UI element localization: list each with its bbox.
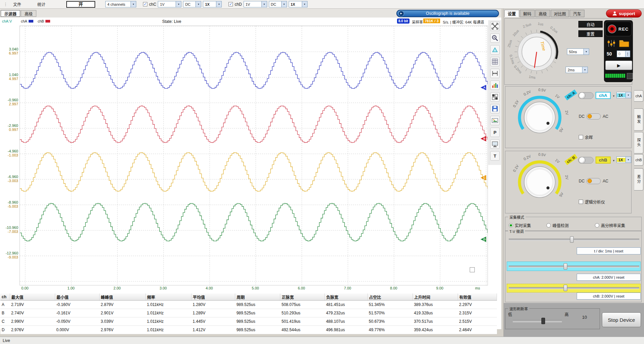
toolbar-grip[interactable]: ⋮ <box>3 2 8 7</box>
menu-file[interactable]: 文件 <box>10 1 25 8</box>
h-cursors-icon[interactable] <box>490 69 500 78</box>
auto-setup-button[interactable]: 自动 <box>578 21 603 28</box>
table-header-cell[interactable]: 平均值 <box>191 294 235 301</box>
radio-实时采集[interactable]: 实时采集 <box>509 222 531 228</box>
tab-decode[interactable]: 解码 <box>520 10 535 17</box>
table-header-cell[interactable]: 频率 <box>145 294 191 301</box>
power-button[interactable]: 开 <box>66 1 95 8</box>
playback-button[interactable]: ▶ <box>605 61 632 70</box>
chA-persistence-checkbox[interactable]: 余晖 <box>579 134 593 140</box>
side-tab-触发[interactable]: 触发 <box>634 108 643 131</box>
record-button[interactable]: REC <box>605 22 632 36</box>
toggle-track[interactable] <box>578 157 594 164</box>
channel-count-select[interactable]: 4 channels ▼ <box>105 1 136 7</box>
tv-reset-button[interactable]: chB: 2.000V | reset <box>577 293 641 300</box>
grid-icon[interactable] <box>490 57 500 66</box>
tab-oscilloscope[interactable]: 示波器 <box>1 10 20 17</box>
chB-logic-analyzer-checkbox[interactable]: 逻辑分析仪 <box>579 199 605 205</box>
tab-automotive[interactable]: 汽车 <box>570 10 584 17</box>
toggle-track[interactable] <box>578 92 594 99</box>
chB-coupling-toggle[interactable] <box>586 178 601 184</box>
tv-slider-thumb[interactable] <box>564 285 567 291</box>
menu-statistics[interactable]: 统计 <box>34 1 49 8</box>
chA-enable-toggle[interactable]: chA <box>578 92 611 99</box>
table-header-cell[interactable]: 峰峰值 <box>99 294 145 301</box>
record-index-spinner[interactable]: 0 ▲▼ <box>617 50 630 57</box>
chA-dial-wrap[interactable]: 0.1V0.2V0.5V1V2V5V <box>506 89 573 147</box>
plot-option-checkbox[interactable] <box>470 267 475 272</box>
chA-coupling-toggle[interactable] <box>586 113 601 119</box>
radio-icon[interactable] <box>546 223 551 228</box>
spinner-arrows-icon[interactable]: ▲▼ <box>625 51 630 57</box>
chevron-down-icon[interactable]: ▼ <box>612 95 615 98</box>
tv-slider[interactable] <box>509 266 639 268</box>
waveform-canvas[interactable] <box>20 26 488 285</box>
layout-icon[interactable] <box>490 92 500 102</box>
table-row[interactable]: D2.976V0.000V2.976V1.011kHz1.412V989.525… <box>0 326 497 334</box>
snapshot-icon[interactable] <box>490 116 500 125</box>
side-tab-chB[interactable]: chB <box>634 154 643 166</box>
table-header-cell[interactable]: 周期 <box>235 294 280 301</box>
refresh-slider-thumb[interactable] <box>541 318 545 324</box>
chB-probe-select[interactable]: 1X▼ <box>616 157 631 163</box>
table-header-cell[interactable]: 最小值 <box>55 294 99 301</box>
pan-zoom-icon[interactable] <box>490 22 500 31</box>
chC-volt-select[interactable]: 1V▼ <box>158 1 181 7</box>
table-row[interactable]: A2.719V-0.160V2.879V1.011kHz1.280V989.52… <box>0 301 497 309</box>
chC-enable-checkbox[interactable]: ✓ <box>143 2 147 6</box>
folder-icon[interactable] <box>619 39 630 49</box>
chD-coupling-select[interactable]: DC▼ <box>269 1 287 7</box>
levels-icon[interactable] <box>607 39 616 49</box>
side-tab-chA[interactable]: chA <box>634 90 643 102</box>
waveform-plot[interactable] <box>20 26 488 285</box>
table-header-cell[interactable]: 有效值 <box>458 294 497 301</box>
chevron-down-icon[interactable]: ▼ <box>612 159 615 162</box>
timebase-select[interactable]: 50ns▼ <box>567 48 589 55</box>
table-header-cell[interactable]: 最大值 <box>10 294 55 301</box>
table-header-cell[interactable]: 正脉宽 <box>280 294 325 301</box>
tv-slider[interactable] <box>509 239 639 241</box>
tab-compare[interactable]: 对比图 <box>551 10 569 17</box>
zoom-icon[interactable] <box>490 33 500 43</box>
chB-dial-wrap[interactable]: 0.1V0.2V0.5V1V2V5V <box>506 153 573 211</box>
table-header-cell[interactable]: 占空比 <box>367 294 413 301</box>
trigger-marker-icon[interactable] <box>490 45 500 55</box>
tv-reset-button[interactable]: chA: 2.000V | reset <box>577 274 641 281</box>
chB-ac-label[interactable]: AC <box>603 179 608 183</box>
tv-slider-thumb[interactable] <box>564 263 567 270</box>
save-icon[interactable] <box>490 104 500 113</box>
radio-峰值检测[interactable]: 峰值检测 <box>546 222 569 228</box>
chD-enable-checkbox[interactable]: ✓ <box>228 2 233 6</box>
checkbox-icon[interactable] <box>579 200 583 204</box>
radio-高分辨率采集[interactable]: 高分辨率采集 <box>595 222 625 228</box>
timebase-knob-wrap[interactable]: Time10us2.5us1us0.2us25us0.1ms0.2ms1ms <box>506 21 567 83</box>
p-tool[interactable]: P <box>490 128 500 137</box>
chA-volts-dial[interactable]: 0.1V0.2V0.5V1V2V5V <box>506 89 573 146</box>
chB-dc-label[interactable]: DC <box>579 179 584 183</box>
tab-settings[interactable]: 设置 <box>504 10 519 17</box>
radio-icon[interactable] <box>509 223 513 228</box>
tab-advanced-settings[interactable]: 高级 <box>535 10 550 17</box>
progress-stop-button[interactable] <box>627 73 633 79</box>
chA-dc-label[interactable]: DC <box>579 114 584 119</box>
chC-coupling-select[interactable]: DC▼ <box>183 1 201 7</box>
refresh-rate-slider[interactable] <box>513 320 562 322</box>
tv-slider-thumb[interactable] <box>570 236 574 243</box>
tv-slider[interactable] <box>509 287 639 289</box>
chC-probe-select[interactable]: 1X▼ <box>203 1 222 7</box>
chA-ac-label[interactable]: AC <box>603 114 608 119</box>
chD-probe-select[interactable]: 1X▼ <box>289 1 308 7</box>
table-row[interactable]: C2.990V-0.050V3.039V1.011kHz1.445V989.52… <box>0 317 497 326</box>
t-tool[interactable]: T <box>490 151 500 161</box>
side-tab-差分[interactable]: 差分 <box>634 168 643 191</box>
checkbox-icon[interactable] <box>579 135 583 139</box>
table-header-cell[interactable]: 上升时间 <box>413 294 458 301</box>
table-header-cell[interactable]: ch <box>0 294 10 301</box>
spectrum-icon[interactable] <box>490 80 500 90</box>
table-header-cell[interactable]: 负脉宽 <box>325 294 367 301</box>
chB-enable-toggle[interactable]: chB <box>578 157 611 164</box>
chB-volts-dial[interactable]: 0.1V0.2V0.5V1V2V5V <box>506 153 573 210</box>
reset-button[interactable]: 重置 <box>578 30 603 37</box>
tab-advanced[interactable]: 高级 <box>21 10 36 17</box>
chD-volt-select[interactable]: 1V▼ <box>244 1 267 7</box>
